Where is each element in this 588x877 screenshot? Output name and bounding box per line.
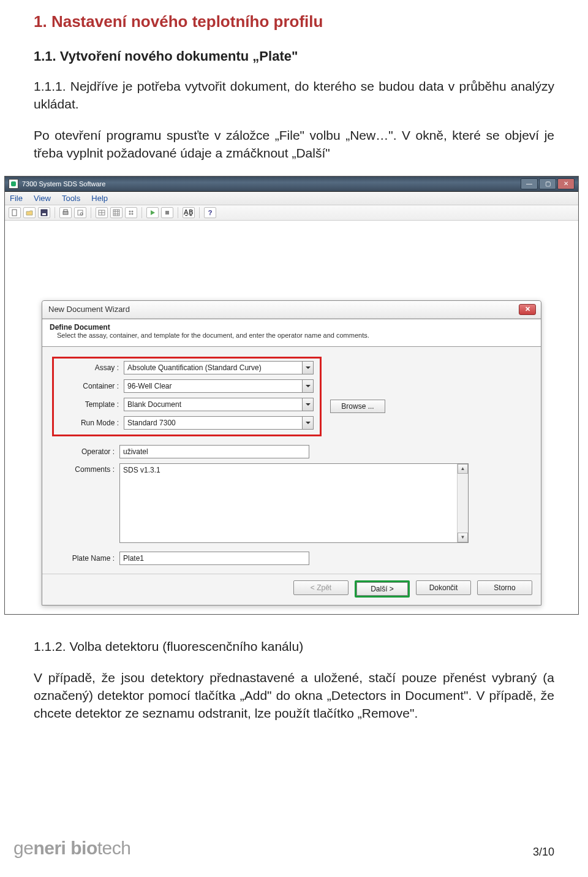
paragraph-open-file: Po otevření programu spusťte v záložce „… (34, 127, 554, 162)
chevron-down-icon[interactable] (302, 398, 313, 411)
svg-rect-10 (113, 210, 119, 216)
platename-label: Plate Name : (52, 554, 119, 563)
chevron-down-icon[interactable] (302, 380, 313, 392)
plate-layout-icon[interactable] (96, 207, 108, 218)
platename-value: Plate1 (123, 554, 144, 563)
browse-button[interactable]: Browse ... (330, 400, 385, 413)
app-icon (9, 179, 18, 189)
new-doc-icon[interactable] (9, 207, 21, 218)
menu-help[interactable]: Help (91, 194, 108, 203)
assay-combo[interactable]: Absolute Quantification (Standard Curve) (124, 361, 314, 374)
menu-tools[interactable]: Tools (62, 194, 80, 203)
text-icon[interactable]: A̱Ḇ (183, 207, 195, 218)
toolbar-divider (91, 207, 91, 218)
template-combo[interactable]: Blank Document (124, 398, 314, 411)
print-icon[interactable] (59, 207, 72, 218)
scroll-down-icon[interactable]: ▼ (458, 533, 468, 542)
operator-value: uživatel (123, 447, 148, 456)
highlighted-fields-red: Assay : Absolute Quantification (Standar… (52, 357, 322, 436)
app-title: 7300 System SDS Software (22, 180, 105, 188)
finish-button[interactable]: Dokončit (416, 580, 471, 595)
toolbar: A̱Ḇ ? (5, 205, 578, 221)
svg-point-18 (132, 213, 134, 215)
toolbar-divider (141, 207, 142, 218)
comments-textarea[interactable]: SDS v1.3.1 ▲ ▼ (119, 463, 469, 543)
assay-label: Assay : (56, 363, 124, 372)
wizard-header-title: Define Document (50, 323, 533, 332)
operator-label: Operator : (52, 447, 119, 456)
menu-view[interactable]: View (34, 194, 51, 203)
runmode-value: Standard 7300 (127, 419, 176, 427)
toolbar-divider (55, 207, 55, 218)
svg-rect-19 (165, 211, 169, 215)
chevron-down-icon[interactable] (302, 417, 313, 429)
app-window: 7300 System SDS Software — ▢ ✕ File View… (4, 176, 579, 615)
svg-rect-4 (64, 210, 67, 211)
svg-point-17 (129, 213, 131, 215)
app-titlebar: 7300 System SDS Software — ▢ ✕ (5, 177, 578, 192)
next-button-highlight: Další > (355, 580, 410, 598)
scroll-up-icon[interactable]: ▲ (458, 464, 468, 474)
svg-point-15 (129, 210, 131, 212)
svg-rect-2 (42, 213, 46, 215)
open-icon[interactable] (23, 207, 36, 218)
scrollbar[interactable]: ▲ ▼ (457, 464, 468, 542)
paragraph-1-1-2: V případě, že jsou detektory přednastave… (34, 669, 554, 723)
runmode-combo[interactable]: Standard 7300 (124, 416, 314, 430)
comments-value: SDS v1.3.1 (123, 466, 160, 474)
svg-point-16 (132, 210, 134, 212)
assay-value: Absolute Quantification (Standard Curve) (127, 363, 262, 372)
close-button[interactable]: ✕ (557, 178, 575, 189)
page-number: 3/10 (533, 846, 554, 859)
section-heading-1-1-2: 1.1.2. Volba detektoru (fluorescenčního … (34, 638, 554, 656)
app-body (5, 221, 578, 300)
maximize-button[interactable]: ▢ (539, 178, 556, 189)
stop-icon[interactable] (161, 207, 173, 218)
svg-rect-3 (63, 211, 68, 215)
cancel-button[interactable]: Storno (477, 580, 532, 595)
svg-rect-0 (12, 210, 17, 216)
platename-input[interactable]: Plate1 (119, 552, 309, 565)
wizard-header-subtitle: Select the assay, container, and templat… (57, 332, 400, 340)
wizard-header: Define Document Select the assay, contai… (42, 319, 541, 347)
chevron-down-icon[interactable] (302, 362, 313, 374)
paragraph-1-1-1: 1.1.1. Nejdříve je potřeba vytvořit doku… (34, 78, 554, 113)
wizard-close-button[interactable]: ✕ (519, 304, 536, 315)
play-icon[interactable] (146, 207, 159, 218)
save-icon[interactable] (38, 207, 50, 218)
section-heading-1-1: 1.1. Vytvoření nového dokumentu „Plate" (34, 48, 554, 64)
new-document-wizard: New Document Wizard ✕ Define Document Se… (42, 300, 541, 606)
wells-icon[interactable] (125, 207, 137, 218)
runmode-label: Run Mode : (56, 419, 124, 427)
minimize-button[interactable]: — (521, 178, 538, 189)
print-preview-icon[interactable] (74, 207, 86, 218)
container-combo[interactable]: 96-Well Clear (124, 379, 314, 393)
container-label: Container : (56, 382, 124, 390)
menu-file[interactable]: File (10, 194, 23, 203)
next-button[interactable]: Další > (356, 582, 408, 596)
operator-input[interactable]: uživatel (119, 445, 309, 458)
wizard-title: New Document Wizard (48, 305, 130, 314)
toolbar-divider (178, 207, 178, 218)
results-grid-icon[interactable] (110, 207, 123, 218)
menubar: File View Tools Help (5, 192, 578, 205)
toolbar-divider (199, 207, 200, 218)
section-heading-1: 1. Nastavení nového teplotního profilu (34, 12, 554, 31)
container-value: 96-Well Clear (127, 382, 172, 390)
comments-label: Comments : (52, 463, 119, 474)
help-icon[interactable]: ? (204, 207, 216, 218)
back-button: < Zpět (293, 580, 349, 595)
brand-logo: generi biotech (13, 838, 130, 859)
template-value: Blank Document (127, 400, 181, 409)
template-label: Template : (56, 400, 124, 409)
